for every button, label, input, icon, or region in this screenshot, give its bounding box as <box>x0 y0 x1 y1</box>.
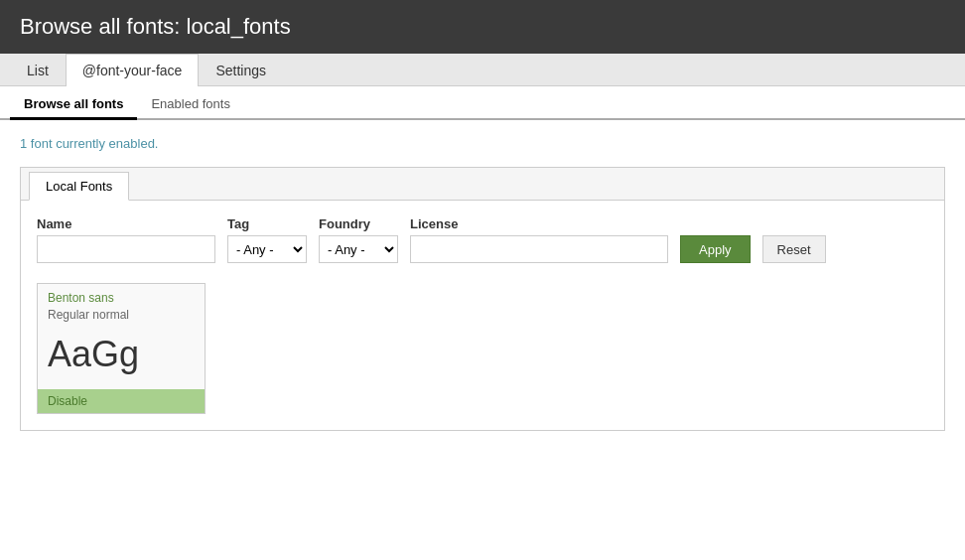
page-title: Browse all fonts: local_fonts <box>0 0 965 54</box>
sub-tabs: Browse all fonts Enabled fonts <box>0 90 965 120</box>
top-nav-settings[interactable]: Settings <box>199 54 283 86</box>
panel-body: Name Tag - Any - Foundry - Any - Lice <box>21 201 944 430</box>
font-card-style: Regular normal <box>48 307 195 324</box>
panel-tab-bar: Local Fonts <box>21 168 944 201</box>
apply-button[interactable]: Apply <box>680 235 751 263</box>
panel: Local Fonts Name Tag - Any - Foundry <box>20 167 945 431</box>
tag-select[interactable]: - Any - <box>227 235 307 263</box>
tag-label: Tag <box>227 216 307 231</box>
top-nav-list[interactable]: List <box>10 54 66 86</box>
panel-tab-local-fonts[interactable]: Local Fonts <box>29 172 129 201</box>
filter-name-group: Name <box>37 216 215 263</box>
name-label: Name <box>37 216 215 231</box>
foundry-label: Foundry <box>319 216 398 231</box>
font-card-name: Benton sans <box>48 290 195 307</box>
foundry-select[interactable]: - Any - <box>319 235 398 263</box>
enabled-count: 1 font currently enabled. <box>20 136 945 151</box>
content-area: 1 font currently enabled. Local Fonts Na… <box>0 120 965 447</box>
license-input[interactable] <box>410 235 668 263</box>
font-card: Benton sans Regular normal AaGg Disable <box>37 283 206 414</box>
filter-license-group: License <box>410 216 668 263</box>
font-card-disable-button[interactable]: Disable <box>38 389 205 413</box>
name-input[interactable] <box>37 235 215 263</box>
font-cards: Benton sans Regular normal AaGg Disable <box>37 283 928 414</box>
font-card-preview: AaGg <box>38 324 205 389</box>
license-label: License <box>410 216 668 231</box>
top-nav-font-your-face[interactable]: @font-your-face <box>66 54 200 86</box>
filter-foundry-group: Foundry - Any - <box>319 216 398 263</box>
sub-tab-browse[interactable]: Browse all fonts <box>10 90 137 120</box>
font-card-info: Benton sans Regular normal <box>38 284 205 324</box>
reset-button[interactable]: Reset <box>762 235 826 263</box>
top-nav: List @font-your-face Settings <box>0 54 965 86</box>
filter-tag-group: Tag - Any - <box>227 216 307 263</box>
filter-row: Name Tag - Any - Foundry - Any - Lice <box>37 216 928 263</box>
sub-tab-enabled[interactable]: Enabled fonts <box>137 90 244 120</box>
